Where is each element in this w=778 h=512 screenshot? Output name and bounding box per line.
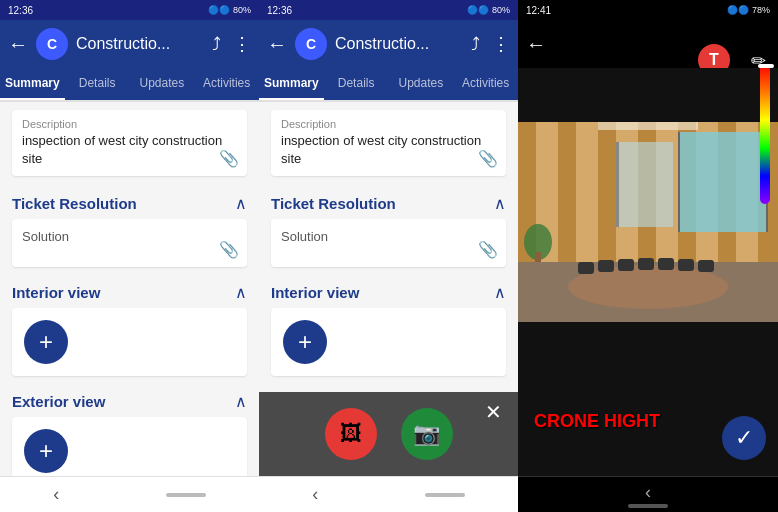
camera-icon: 📷: [413, 421, 440, 447]
close-overlay-button[interactable]: ✕: [485, 400, 502, 424]
tab-details-1[interactable]: Details: [65, 68, 130, 100]
share-icon-2[interactable]: ⤴: [471, 34, 480, 55]
media-picker-overlay: ✕ 🖼 📷: [259, 392, 518, 476]
tabs-2: Summary Details Updates Activities: [259, 68, 518, 102]
tab-activities-1[interactable]: Activities: [194, 68, 259, 100]
tab-updates-1[interactable]: Updates: [130, 68, 195, 100]
interior-view-title-2: Interior view: [271, 284, 359, 301]
interior-image-section-1: +: [12, 308, 247, 376]
tab-details-2[interactable]: Details: [324, 68, 389, 100]
color-indicator: [758, 64, 774, 68]
top-icons-2: ⤴ ⋮: [471, 33, 510, 55]
tab-summary-1[interactable]: Summary: [0, 68, 65, 100]
gallery-button[interactable]: 🖼: [325, 408, 377, 460]
nav-back-1[interactable]: ‹: [53, 484, 59, 505]
svg-rect-31: [535, 252, 541, 262]
add-interior-button-1[interactable]: +: [24, 320, 68, 364]
back-button-3[interactable]: ←: [526, 33, 546, 56]
nav-pill-1: [166, 493, 206, 497]
svg-rect-24: [618, 259, 634, 271]
status-icons-2: 🔵🔵 80%: [467, 5, 510, 15]
interior-view-chevron-1[interactable]: ∧: [235, 283, 247, 302]
tab-activities-2[interactable]: Activities: [453, 68, 518, 100]
solution-box-1: Solution 📎: [12, 219, 247, 267]
back-button-1[interactable]: ←: [8, 33, 28, 56]
color-bar[interactable]: [760, 64, 770, 204]
avatar-2: C: [295, 28, 327, 60]
ticket-resolution-title-1: Ticket Resolution: [12, 195, 137, 212]
attach-icon-desc-2[interactable]: 📎: [478, 149, 498, 168]
exterior-image-section-1: +: [12, 417, 247, 476]
svg-rect-5: [558, 122, 576, 262]
status-bar-2: 12:36 🔵🔵 80%: [259, 0, 518, 20]
bottom-nav-1: ‹: [0, 476, 259, 512]
camera-button[interactable]: 📷: [401, 408, 453, 460]
tab-updates-2[interactable]: Updates: [389, 68, 454, 100]
description-value-1: inspection of west city construction sit…: [22, 132, 237, 168]
svg-rect-22: [578, 262, 594, 274]
ticket-resolution-header-2: Ticket Resolution ∧: [271, 186, 506, 219]
attach-icon-desc-1[interactable]: 📎: [219, 149, 239, 168]
status-time-2: 12:36: [267, 5, 292, 16]
status-icons-1: 🔵🔵 80%: [208, 5, 251, 15]
exterior-view-header-1: Exterior view ∧: [12, 384, 247, 417]
attach-icon-solution-2[interactable]: 📎: [478, 240, 498, 259]
nav-back-2[interactable]: ‹: [312, 484, 318, 505]
svg-rect-6: [578, 122, 596, 262]
svg-rect-16: [678, 132, 768, 232]
share-icon-1[interactable]: ⤴: [212, 34, 221, 55]
description-field-1: Description inspection of west city cons…: [12, 110, 247, 176]
add-exterior-button-1[interactable]: +: [24, 429, 68, 473]
status-bar-1: 12:36 🔵🔵 80%: [0, 0, 259, 20]
exterior-view-title-1: Exterior view: [12, 393, 105, 410]
status-bar-3: 12:41 🔵🔵 78%: [518, 0, 778, 20]
avatar-1: C: [36, 28, 68, 60]
interior-view-header-2: Interior view ∧: [271, 275, 506, 308]
svg-rect-7: [598, 122, 616, 262]
bottom-nav-3: ‹: [518, 476, 778, 512]
tab-summary-2[interactable]: Summary: [259, 68, 324, 100]
add-interior-button-2[interactable]: +: [283, 320, 327, 364]
svg-rect-28: [698, 260, 714, 272]
crone-text: CRONE HIGHT: [534, 411, 660, 432]
panel-2: 12:36 🔵🔵 80% ← C Constructio... ⤴ ⋮ Summ…: [259, 0, 518, 512]
description-label-2: Description: [281, 118, 496, 130]
solution-box-2: Solution 📎: [271, 219, 506, 267]
description-label-1: Description: [22, 118, 237, 130]
svg-rect-17: [678, 132, 680, 232]
app-title-1: Constructio...: [76, 35, 204, 53]
top-bar-3: ← T ✏: [518, 20, 778, 68]
panel-1: 12:36 🔵🔵 80% ← C Constructio... ⤴ ⋮ Summ…: [0, 0, 259, 512]
svg-rect-26: [658, 258, 674, 270]
solution-label-2: Solution: [281, 229, 328, 244]
ticket-resolution-title-2: Ticket Resolution: [271, 195, 396, 212]
top-bar-1: ← C Constructio... ⤴ ⋮: [0, 20, 259, 68]
top-bar-2: ← C Constructio... ⤴ ⋮: [259, 20, 518, 68]
svg-rect-27: [678, 259, 694, 271]
confirm-button[interactable]: ✓: [722, 416, 766, 460]
interior-image-section-2: +: [271, 308, 506, 376]
svg-rect-23: [598, 260, 614, 272]
room-svg: [518, 122, 778, 322]
nav-back-3[interactable]: ‹: [645, 482, 651, 503]
interior-view-chevron-2[interactable]: ∧: [494, 283, 506, 302]
attach-icon-solution-1[interactable]: 📎: [219, 240, 239, 259]
content-1: Description inspection of west city cons…: [0, 102, 259, 476]
svg-rect-25: [638, 258, 654, 270]
menu-icon-1[interactable]: ⋮: [233, 33, 251, 55]
menu-icon-2[interactable]: ⋮: [492, 33, 510, 55]
nav-pill-3: [628, 504, 668, 508]
svg-rect-20: [616, 142, 619, 227]
ticket-resolution-chevron-2[interactable]: ∧: [494, 194, 506, 213]
exterior-view-chevron-1[interactable]: ∧: [235, 392, 247, 411]
status-time-1: 12:36: [8, 5, 33, 16]
svg-rect-29: [598, 122, 698, 130]
ticket-resolution-header-1: Ticket Resolution ∧: [12, 186, 247, 219]
status-time-3: 12:41: [526, 5, 551, 16]
room-image-area: CRONE HIGHT ✓: [518, 68, 778, 512]
svg-rect-19: [618, 142, 673, 227]
interior-view-title-1: Interior view: [12, 284, 100, 301]
back-button-2[interactable]: ←: [267, 33, 287, 56]
panel-3: 12:41 🔵🔵 78% ← T ✏: [518, 0, 778, 512]
ticket-resolution-chevron-1[interactable]: ∧: [235, 194, 247, 213]
